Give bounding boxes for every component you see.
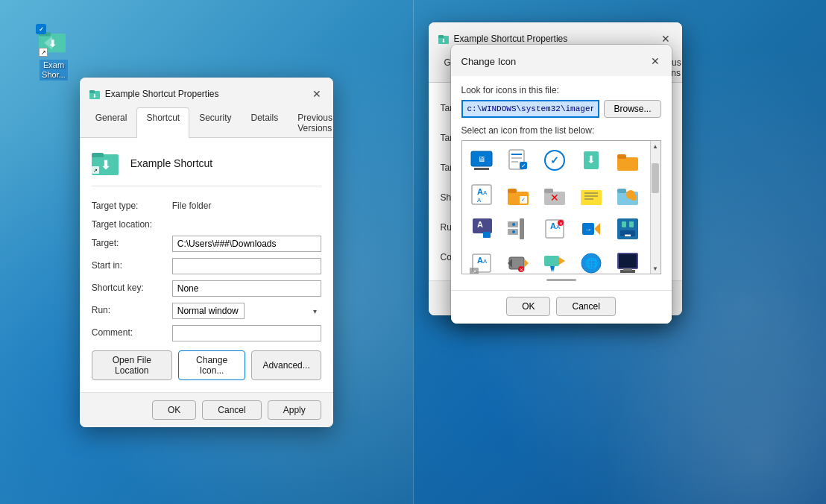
dialog-footer-left: OK Cancel Apply [80,392,333,427]
title-icon-right: ⬇ [438,33,450,45]
icon-cell-14[interactable]: → [575,212,608,245]
start-in-input[interactable] [172,258,321,274]
target-input[interactable] [172,236,321,252]
svg-text:⬇: ⬇ [92,93,97,98]
icon-cell-4[interactable]: ⬇ [575,144,608,177]
scroll-up-arrow[interactable]: ▲ [650,141,661,151]
icon-cell-8[interactable]: ✕ [538,178,571,211]
tab-security-left[interactable]: Security [189,107,241,138]
svg-text:⬇: ⬇ [100,159,110,171]
svg-rect-91 [623,268,632,271]
ci-title: Change Icon [461,56,645,67]
shortcut-key-input[interactable] [172,280,321,297]
tab-previous-versions-left[interactable]: Previous Versions [288,107,333,138]
scrollbar-thumb[interactable] [652,163,659,193]
icon-cell-2[interactable]: ✓ [502,144,535,177]
icon-grid-scrollbar[interactable]: ▲ ▼ [650,141,661,274]
icon-cell-13[interactable]: AA✕ [538,212,571,245]
icon-cell-5[interactable] [611,144,644,177]
svg-text:A: A [477,220,483,229]
icon-cell-6[interactable]: AAA [465,178,498,211]
svg-point-58 [512,230,515,233]
icon-cell-12[interactable] [502,212,535,245]
svg-text:⬇: ⬇ [48,39,57,49]
ok-button-left[interactable]: OK [152,400,196,420]
svg-text:✕: ✕ [519,268,523,272]
tab-shortcut-left[interactable]: Shortcut [136,107,189,138]
ci-browse-button[interactable]: Browse... [604,100,661,118]
title-icon: ⬇ [89,88,101,100]
svg-rect-43 [581,190,602,205]
tab-details-left[interactable]: Details [242,107,289,138]
svg-text:✓: ✓ [550,154,559,166]
icon-wrapper: ⬇ ↗ [39,27,69,57]
svg-text:↗: ↗ [93,168,98,173]
cancel-button-left[interactable]: Cancel [202,400,261,420]
shortcut-name: Example Shortcut [130,157,213,169]
right-panel: ⬇ Example Shortcut Properties ✕ General … [414,0,827,504]
desktop-icon-left[interactable]: ⬇ ↗ Exam Shor... [27,27,81,81]
target-label: Target: [92,236,166,248]
run-select-wrapper: Normal window [172,303,321,319]
icon-cell-17[interactable]: ✕ [502,247,535,274]
icon-cell-16[interactable]: AA↗ [465,247,498,274]
icon-cell-19[interactable]: 🌐 [575,247,608,274]
change-icon-button[interactable]: Change Icon... [178,350,246,380]
icon-badge [36,24,46,34]
scroll-indicator [546,279,576,281]
dialog-title-right: Example Shortcut Properties [454,34,651,44]
comment-input[interactable] [172,325,321,341]
advanced-button[interactable]: Advanced... [251,350,321,380]
run-select[interactable]: Normal window [172,303,245,319]
change-icon-dialog: Change Icon ✕ Look for icons in this fil… [451,45,672,324]
icon-cell-3[interactable]: ✓ [538,144,571,177]
ci-path-input[interactable] [461,100,600,118]
properties-dialog-left: ⬇ Example Shortcut Properties ✕ General … [80,78,333,427]
icon-cell-7[interactable]: ✓ [502,178,535,211]
svg-rect-37 [508,189,517,193]
scroll-down-arrow[interactable]: ▼ [650,263,661,274]
svg-text:A: A [477,256,483,265]
svg-rect-82 [544,256,559,266]
icon-cell-10[interactable] [611,178,644,211]
run-label: Run: [92,303,166,315]
ci-look-for-label: Look for icons in this file: [461,85,661,95]
form-row-target-location: Target location: [92,217,321,230]
svg-marker-65 [594,223,600,235]
svg-text:A: A [477,187,483,196]
svg-marker-79 [524,259,529,268]
comment-label: Comment: [92,325,166,338]
ci-cancel-button[interactable]: Cancel [556,297,615,316]
shortcut-arrow: ↗ [39,48,48,57]
svg-text:▬: ▬ [625,231,631,238]
svg-text:A: A [483,258,488,265]
svg-rect-48 [617,189,626,193]
icon-cell-11[interactable]: A [465,212,498,245]
icon-cell-1[interactable]: 🖥 [465,144,498,177]
titlebar-left: ⬇ Example Shortcut Properties ✕ [80,78,333,107]
icon-cell-18[interactable] [538,247,571,274]
svg-rect-56 [520,218,524,239]
ci-ok-button[interactable]: OK [506,297,550,316]
form-row-shortcut-key: Shortcut key: [92,280,321,297]
close-button-left[interactable]: ✕ [306,84,327,104]
svg-point-57 [512,223,515,226]
apply-button-left[interactable]: Apply [268,400,321,420]
svg-text:A: A [477,197,482,204]
icon-cell-20[interactable] [611,247,644,274]
icon-cell-15[interactable]: ▬ [611,212,644,245]
svg-rect-89 [619,254,637,268]
svg-text:🖥: 🖥 [478,155,485,163]
svg-text:✕: ✕ [558,221,562,226]
svg-rect-31 [617,154,626,159]
svg-text:🌐: 🌐 [585,257,599,270]
open-file-location-button[interactable]: Open File Location [92,350,172,380]
ci-close-button[interactable]: ✕ [645,51,666,72]
tab-general-left[interactable]: General [86,107,137,138]
icon-cell-9[interactable] [575,178,608,211]
form-row-start-in: Start in: [92,258,321,274]
svg-text:⬇: ⬇ [441,38,446,43]
svg-text:A: A [483,189,488,196]
dialog-body-left: ⬇ ↗ Example Shortcut Target type: File f… [80,138,333,392]
form-row-comment: Comment: [92,325,321,341]
